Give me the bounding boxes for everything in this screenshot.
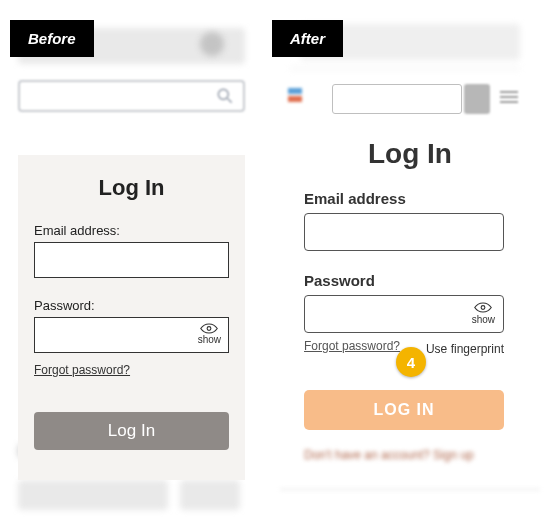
before-login-button[interactable]: Log In <box>34 412 229 450</box>
after-password-label: Password <box>304 272 504 289</box>
after-login-button[interactable]: LOG IN <box>304 390 504 430</box>
search-icon <box>215 86 235 110</box>
after-tabbar-blurred <box>280 489 540 517</box>
after-email-input[interactable] <box>304 213 504 251</box>
search-input-blurred <box>18 80 245 112</box>
before-password-label: Password: <box>34 298 229 313</box>
svg-line-1 <box>228 99 232 103</box>
after-search-button[interactable] <box>464 84 490 114</box>
before-title: Log In <box>34 175 229 201</box>
svg-point-3 <box>481 306 485 310</box>
before-login-card: Log In Email address: Password: show For… <box>18 155 245 480</box>
after-title: Log In <box>280 138 540 170</box>
after-search-input[interactable] <box>332 84 462 114</box>
callout-marker-4: 4 <box>396 347 426 377</box>
before-badge: Before <box>10 20 94 57</box>
menu-icon[interactable] <box>500 88 518 106</box>
svg-point-2 <box>207 327 211 331</box>
after-password-input[interactable]: show <box>304 295 504 333</box>
after-show-password-toggle[interactable]: show <box>472 302 495 325</box>
after-screen: Log In Email address Password show Forgo… <box>280 0 540 517</box>
svg-point-0 <box>218 89 228 99</box>
before-email-label: Email address: <box>34 223 229 238</box>
after-signup-hint: Don't have an account? Sign up <box>304 448 504 462</box>
after-badge: After <box>272 20 343 57</box>
after-email-label: Email address <box>304 190 504 207</box>
use-fingerprint-link[interactable]: Use fingerprint <box>426 342 504 356</box>
before-forgot-password-link[interactable]: Forgot password? <box>34 363 130 377</box>
after-forgot-password-link[interactable]: Forgot password? <box>304 339 400 353</box>
after-show-text: show <box>472 314 495 325</box>
show-password-toggle[interactable]: show <box>198 323 221 345</box>
show-text: show <box>198 334 221 345</box>
logo-blurred <box>288 88 320 112</box>
before-email-input[interactable] <box>34 242 229 278</box>
